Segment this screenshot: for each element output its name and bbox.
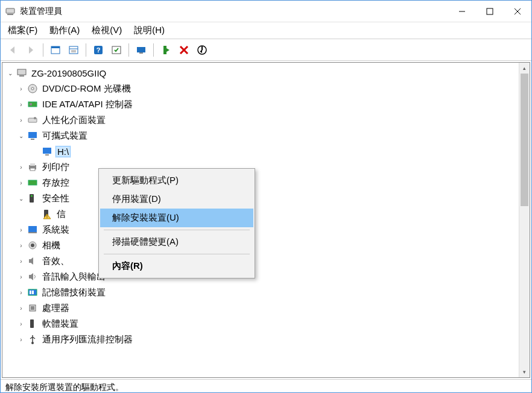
storage-icon: [27, 177, 39, 189]
computer-icon: [16, 67, 28, 79]
minimize-button[interactable]: [448, 1, 476, 22]
expand-icon[interactable]: ›: [16, 83, 27, 94]
tree-item-camera[interactable]: › 相機: [2, 237, 519, 253]
monitor-icon: [27, 130, 39, 142]
tree-label: 軟體裝置: [41, 318, 80, 330]
uninstall-device-button[interactable]: [176, 42, 192, 58]
speaker-icon: [27, 271, 39, 283]
svg-rect-27: [30, 103, 32, 105]
tree-item-portable[interactable]: ⌄ 可攜式裝置: [2, 128, 519, 143]
svg-rect-48: [30, 291, 31, 294]
expand-icon[interactable]: ›: [16, 256, 27, 266]
svg-point-46: [31, 244, 34, 247]
expand-icon[interactable]: ›: [16, 99, 27, 110]
svg-rect-31: [31, 139, 34, 140]
svg-rect-35: [30, 163, 35, 166]
expand-icon[interactable]: ›: [16, 271, 27, 282]
svg-rect-16: [139, 52, 143, 54]
tree-item-cpu[interactable]: › 處理器: [2, 300, 519, 316]
menu-view[interactable]: 檢視(V): [92, 25, 122, 36]
show-hide-console-button[interactable]: [47, 42, 64, 58]
expand-icon[interactable]: ›: [16, 177, 27, 188]
svg-rect-0: [6, 8, 14, 13]
expand-icon[interactable]: ›: [16, 224, 27, 235]
toolbar-separator: [86, 43, 86, 57]
tree-item-printer[interactable]: › 列印佇: [2, 159, 519, 175]
toolbar-separator: [43, 43, 43, 57]
toolbar-separator: [128, 43, 129, 57]
expand-icon[interactable]: ›: [16, 162, 27, 172]
memory-icon: [27, 286, 39, 298]
tree-item-hid[interactable]: › 人性化介面裝置: [2, 112, 519, 128]
context-scan-hardware[interactable]: 掃描硬體變更(A): [100, 233, 253, 251]
tree-item-ide[interactable]: › IDE ATA/ATAPI 控制器: [2, 96, 519, 112]
expand-icon[interactable]: ›: [16, 303, 27, 313]
svg-rect-23: [19, 75, 24, 77]
context-disable-device[interactable]: 停用裝置(D): [100, 190, 253, 209]
tree-label: IDE ATA/ATAPI 控制器: [41, 99, 134, 110]
tree-label: 處理器: [41, 303, 71, 314]
tree-label: 系統裝: [41, 224, 71, 236]
svg-rect-43: [28, 226, 37, 232]
help-button[interactable]: ?: [90, 42, 107, 58]
device-tree[interactable]: ⌄ ZG-20190805GIIQ › DVD/CD-ROM 光碟機 ›: [2, 63, 519, 377]
context-update-driver[interactable]: 更新驅動程式(P): [100, 171, 253, 190]
tree-item-drive-h[interactable]: H:\: [2, 143, 519, 159]
tree-item-memory[interactable]: › 記憶體技術裝置: [2, 285, 519, 300]
svg-rect-3: [487, 8, 493, 14]
expand-icon[interactable]: ›: [16, 115, 27, 125]
status-bar: 解除安裝所選裝置的驅動程式。: [1, 379, 531, 393]
vertical-scrollbar[interactable]: ▴ ▾: [519, 63, 530, 377]
scroll-down-button[interactable]: ▾: [519, 366, 530, 377]
system-icon: [27, 224, 39, 236]
svg-rect-22: [17, 69, 26, 75]
context-separator: [104, 230, 250, 230]
menu-help[interactable]: 說明(H): [134, 25, 165, 36]
enable-device-button[interactable]: [157, 42, 174, 58]
tree-label: 通用序列匯流排控制器: [41, 334, 134, 345]
menu-action[interactable]: 動作(A): [49, 25, 80, 36]
tree-label: H:\: [55, 146, 71, 157]
tree-item-audio[interactable]: › 音效、: [2, 253, 519, 269]
tree-label: 信: [55, 209, 67, 220]
svg-rect-52: [30, 319, 34, 328]
scroll-up-button[interactable]: ▴: [519, 63, 530, 74]
tree-label: 存放控: [41, 177, 71, 189]
tree-item-system[interactable]: › 系統裝: [2, 222, 519, 237]
speaker-icon: [27, 255, 39, 267]
close-button[interactable]: [504, 1, 531, 22]
svg-rect-51: [31, 306, 34, 310]
tree-item-trust[interactable]: ! 信: [2, 206, 519, 222]
expand-icon[interactable]: ›: [16, 318, 27, 329]
context-uninstall-device[interactable]: 解除安裝裝置(U): [100, 209, 253, 227]
context-separator: [104, 254, 250, 254]
tree-item-security[interactable]: ⌄ 安全性: [2, 190, 519, 206]
tree-label: 記憶體技術裝置: [41, 287, 107, 298]
expand-icon[interactable]: ›: [16, 240, 27, 251]
menu-file[interactable]: 檔案(F): [8, 25, 37, 36]
svg-rect-7: [51, 46, 60, 48]
maximize-button[interactable]: [476, 1, 504, 22]
expand-icon[interactable]: ›: [16, 287, 27, 298]
tree-item-storage[interactable]: › 存放控: [2, 175, 519, 190]
update-driver-button[interactable]: [133, 42, 150, 58]
expand-icon[interactable]: ›: [16, 334, 27, 345]
context-properties[interactable]: 內容(R): [100, 257, 253, 275]
scan-hardware-button[interactable]: [108, 42, 125, 58]
collapse-icon[interactable]: ⌄: [16, 130, 27, 141]
properties-button[interactable]: [65, 42, 82, 58]
tree-item-usb[interactable]: › 通用序列匯流排控制器: [2, 332, 519, 347]
tree-root[interactable]: ⌄ ZG-20190805GIIQ: [2, 65, 519, 81]
scroll-thumb[interactable]: [521, 74, 528, 206]
disable-device-button[interactable]: [194, 42, 211, 58]
tree-item-dvd[interactable]: › DVD/CD-ROM 光碟機: [2, 81, 519, 96]
svg-rect-36: [30, 168, 35, 171]
tree-label: DVD/CD-ROM 光碟機: [41, 83, 132, 95]
back-button: [4, 42, 21, 58]
tree-item-software[interactable]: › 軟體裝置: [2, 316, 519, 332]
collapse-icon[interactable]: ⌄: [5, 68, 16, 78]
tree-item-audio-io[interactable]: › 音訊輸入與輸出: [2, 269, 519, 285]
collapse-icon[interactable]: ⌄: [16, 193, 27, 204]
spacer: [30, 209, 41, 219]
controller-icon: [27, 98, 39, 110]
